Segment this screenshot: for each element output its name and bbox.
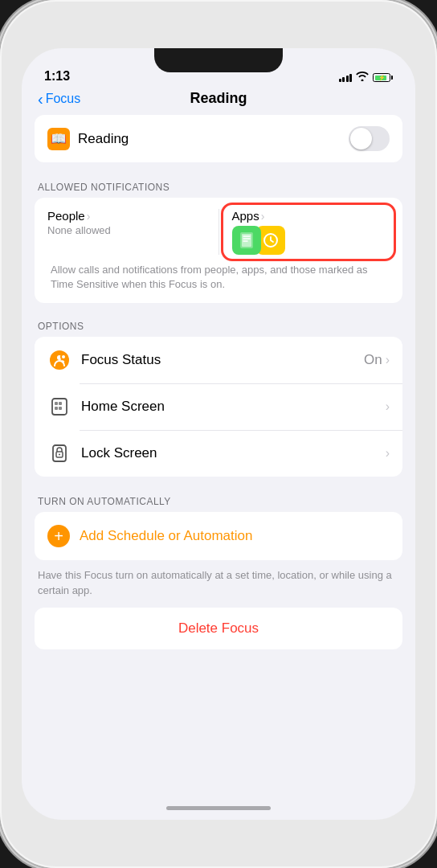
nav-bar: ‹ Focus Reading [22, 88, 415, 115]
people-chevron-icon: › [87, 210, 91, 223]
delete-focus-row[interactable]: Delete Focus [35, 608, 402, 649]
add-automation-card: + Add Schedule or Automation [35, 512, 402, 560]
options-header: OPTIONS [35, 309, 402, 337]
delete-focus-label: Delete Focus [178, 620, 259, 637]
wifi-icon [356, 72, 369, 84]
add-automation-row[interactable]: + Add Schedule or Automation [35, 512, 402, 560]
apps-label: Apps › [232, 209, 390, 223]
reading-icon: 📖 [47, 128, 70, 150]
apps-icons-row [232, 226, 390, 255]
back-chevron-icon: ‹ [38, 91, 43, 107]
reading-label: Reading [78, 131, 129, 147]
status-time: 1:13 [44, 69, 70, 84]
lock-screen-row[interactable]: Lock Screen › [35, 430, 402, 477]
reading-toggle[interactable] [349, 126, 390, 151]
lock-screen-icon [47, 441, 71, 465]
people-column[interactable]: People › None allowed [47, 209, 218, 255]
lock-screen-left: Lock Screen [47, 441, 157, 465]
signal-bars-icon [339, 74, 353, 82]
notifications-description: Allow calls and notifications from peopl… [47, 255, 390, 292]
reading-left: 📖 Reading [47, 128, 129, 150]
focus-status-row[interactable]: Focus Status On › [35, 337, 402, 383]
allowed-notifications-header: ALLOWED NOTIFICATIONS [35, 170, 402, 198]
focus-status-right: On › [364, 352, 390, 368]
focus-status-label: Focus Status [81, 352, 161, 368]
toggle-knob [350, 128, 372, 149]
signal-bar-3 [346, 76, 349, 82]
svg-rect-10 [55, 407, 58, 410]
reading-row: 📖 Reading [35, 115, 402, 162]
svg-point-6 [62, 355, 65, 358]
focus-status-chevron-icon: › [386, 353, 390, 367]
signal-bar-4 [349, 74, 352, 82]
content-area: 📖 Reading ALLOWED NOTIFICATIONS [22, 115, 415, 798]
automation-description: Have this Focus turn on automatically at… [35, 568, 402, 607]
apps-chevron-icon: › [261, 210, 265, 223]
reading-toggle-card: 📖 Reading [35, 115, 402, 162]
lock-screen-chevron-icon: › [386, 446, 390, 461]
turn-on-automatically-header: TURN ON AUTOMATICALLY [35, 485, 402, 512]
phone-frame: 1:13 ⚡ [0, 0, 437, 868]
yellow-app-icon [261, 226, 285, 255]
lock-screen-label: Lock Screen [81, 445, 157, 461]
signal-bar-1 [339, 79, 341, 82]
notifications-card: People › None allowed Apps › [35, 198, 402, 303]
add-automation-label: Add Schedule or Automation [80, 528, 252, 544]
signal-bar-2 [342, 77, 345, 82]
home-screen-left: Home Screen [47, 395, 165, 419]
add-automation-plus-icon: + [47, 525, 70, 547]
home-indicator[interactable] [166, 806, 271, 810]
home-screen-label: Home Screen [81, 399, 165, 415]
people-sublabel: None allowed [47, 224, 206, 236]
status-icons: ⚡ [339, 72, 394, 84]
focus-status-value: On [364, 352, 382, 368]
people-label: People › [47, 209, 206, 223]
notifications-grid: People › None allowed Apps › [47, 209, 390, 255]
svg-rect-8 [55, 402, 58, 405]
options-card: Focus Status On › [35, 337, 402, 477]
lock-screen-right: › [386, 446, 390, 461]
home-screen-chevron-icon: › [386, 399, 390, 414]
phone-screen: 1:13 ⚡ [22, 48, 415, 820]
home-screen-right: › [386, 399, 390, 414]
home-screen-icon [47, 395, 71, 419]
green-app-icon [232, 226, 261, 255]
notch [154, 48, 283, 72]
back-button[interactable]: ‹ Focus [38, 91, 80, 107]
svg-rect-9 [59, 402, 62, 405]
page-title: Reading [190, 90, 247, 107]
back-label: Focus [46, 92, 81, 106]
focus-status-left: Focus Status [47, 348, 161, 372]
home-screen-row[interactable]: Home Screen › [35, 383, 402, 430]
focus-status-icon [47, 348, 71, 372]
apps-column[interactable]: Apps › [219, 209, 390, 255]
battery-icon: ⚡ [373, 73, 393, 82]
delete-focus-card: Delete Focus [35, 608, 402, 649]
svg-rect-11 [59, 407, 62, 410]
svg-point-14 [59, 454, 60, 456]
